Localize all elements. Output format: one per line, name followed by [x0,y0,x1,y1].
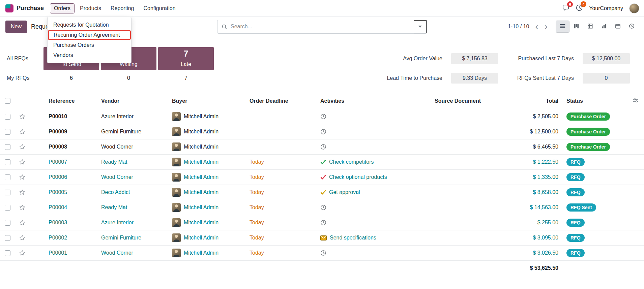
my-count-to-send[interactable]: 6 [43,75,99,81]
table-row-p00006[interactable]: P00006Wood CornerMitchell AdminTodayChec… [0,170,644,185]
menu-item-orders[interactable]: Orders [50,3,75,13]
menu-item-configuration[interactable]: Configuration [139,3,179,13]
order-reference[interactable]: P00006 [30,170,97,185]
menu-item-reporting[interactable]: Reporting [107,3,138,13]
dropdown-item-recurring-order-agreement[interactable]: Recurring Order Agreement [48,30,131,40]
favorite-star-icon[interactable] [19,174,26,181]
my-count-waiting[interactable]: 0 [101,75,156,81]
column-header-vendor[interactable]: Vendor [97,93,168,109]
check-icon[interactable] [320,190,326,195]
kanban-view-button[interactable] [569,21,583,33]
table-row-p00002[interactable]: P00002Gemini FurnitureMitchell AdminToda… [0,230,644,246]
order-reference[interactable]: P00008 [30,139,97,155]
column-header-reference[interactable]: Reference [30,93,97,109]
buyer-name: Mitchell Admin [184,250,218,256]
table-row-p00005[interactable]: P00005Deco AddictMitchell AdminTodayGet … [0,185,644,200]
favorite-star-icon[interactable] [19,143,26,150]
clock-icon[interactable] [320,114,326,120]
order-reference[interactable]: P00003 [30,215,97,230]
table-row-p00010[interactable]: P00010Azure InteriorMitchell Admin$ 2,50… [0,109,644,124]
row-checkbox[interactable] [5,190,10,195]
clock-icon[interactable] [320,144,326,150]
activity-label[interactable]: Get approval [329,189,360,195]
row-checkbox[interactable] [5,159,10,165]
vendor-name: Gemini Furniture [97,124,168,139]
order-reference[interactable]: P00005 [30,185,97,200]
activity-view-button[interactable] [625,21,639,33]
column-header-activities[interactable]: Activities [316,93,417,109]
clock-icon[interactable] [320,250,326,256]
list-view-button[interactable] [556,21,569,33]
row-checkbox[interactable] [5,205,10,211]
table-row-p00008[interactable]: P00008Wood CornerMitchell Admin$ 6,465.5… [0,139,644,155]
clock-icon[interactable] [320,204,326,211]
row-checkbox[interactable] [5,144,10,150]
table-row-p00009[interactable]: P00009Gemini FurnitureMitchell Admin$ 12… [0,124,644,139]
table-row-p00003[interactable]: P00003Azure InteriorMitchell AdminToday$… [0,215,644,230]
buyer-name: Mitchell Admin [184,144,218,150]
clock-icon[interactable] [320,220,326,226]
table-row-p00004[interactable]: P00004Ready MatMitchell AdminToday$ 14,5… [0,200,644,215]
row-checkbox[interactable] [5,235,10,241]
select-all-checkbox[interactable] [5,98,10,104]
dropdown-item-purchase-orders[interactable]: Purchase Orders [48,40,131,50]
check-icon[interactable] [320,174,326,180]
new-button[interactable]: New [5,21,27,33]
favorite-star-icon[interactable] [19,189,26,196]
messages-button[interactable]: 6 [562,4,569,12]
column-header-total[interactable]: Total [485,93,562,109]
order-reference[interactable]: P00010 [30,109,97,124]
row-checkbox[interactable] [5,250,10,256]
favorite-star-icon[interactable] [19,159,26,165]
favorite-star-icon[interactable] [19,234,26,241]
my-count-late[interactable]: 7 [158,75,214,81]
activity-label[interactable]: Check competitors [329,159,374,165]
activity-label[interactable]: Check optional products [329,174,387,180]
favorite-star-icon[interactable] [19,113,26,120]
envelope-icon[interactable] [320,235,327,240]
adjust-columns-button[interactable] [632,97,639,105]
order-reference[interactable]: P00001 [30,246,97,261]
activities-button[interactable]: 4 [576,4,583,12]
dashboard-card-late[interactable]: 7Late [158,47,214,70]
purchase-app-icon[interactable] [5,4,13,12]
search-dropdown-toggle[interactable] [414,20,427,33]
order-reference[interactable]: P00007 [30,155,97,170]
search-bar [217,20,427,34]
pager-previous-button[interactable]: ‹ [533,22,540,31]
search-input[interactable] [231,24,414,30]
source-document [417,139,485,155]
clock-icon[interactable] [320,129,326,135]
user-avatar[interactable] [629,3,639,13]
order-reference[interactable]: P00004 [30,200,97,215]
favorite-star-icon[interactable] [19,204,26,211]
graph-view-button[interactable] [597,21,611,33]
pager-next-button[interactable]: › [543,22,550,31]
favorite-star-icon[interactable] [19,250,26,256]
row-checkbox[interactable] [5,114,10,120]
row-checkbox[interactable] [5,220,10,226]
activity-label[interactable]: Send specifications [330,235,376,241]
company-name[interactable]: YourCompany [589,5,623,11]
favorite-star-icon[interactable] [19,128,26,135]
table-row-p00001[interactable]: P00001Wood CornerMitchell AdminToday$ 3,… [0,246,644,261]
row-checkbox[interactable] [5,129,10,135]
dropdown-item-requests-for-quotation[interactable]: Requests for Quotation [48,20,131,30]
pivot-view-button[interactable] [583,21,597,33]
table-row-p00007[interactable]: P00007Ready MatMitchell AdminTodayCheck … [0,155,644,170]
order-reference[interactable]: P00002 [30,230,97,246]
column-header-source-document[interactable]: Source Document [417,93,485,109]
check-icon[interactable] [320,159,326,165]
menu-item-products[interactable]: Products [76,3,105,13]
column-header-order-deadline[interactable]: Order Deadline [245,93,316,109]
my-rfqs-label[interactable]: My RFQs [7,75,42,81]
order-reference[interactable]: P00009 [30,124,97,139]
column-header-buyer[interactable]: Buyer [168,93,245,109]
all-rfqs-label[interactable]: All RFQs [7,56,42,62]
calendar-view-button[interactable] [611,21,625,33]
column-header-status[interactable]: Status [562,93,628,109]
dropdown-item-vendors[interactable]: Vendors [48,50,131,60]
order-deadline: Today [245,185,316,200]
row-checkbox[interactable] [5,174,10,180]
favorite-star-icon[interactable] [19,219,26,226]
